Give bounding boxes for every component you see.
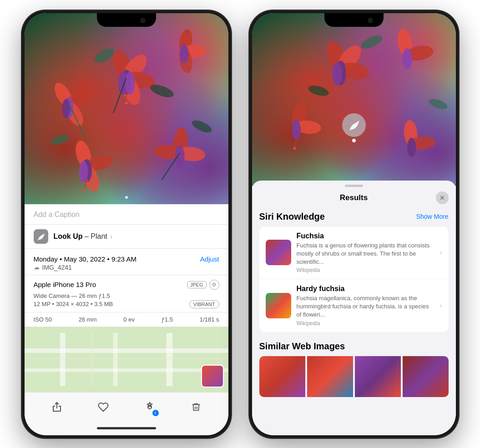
photo-date: Monday • May 30, 2022 • 9:23 AM bbox=[34, 255, 136, 263]
right-camera-dot bbox=[368, 18, 373, 23]
info-button[interactable]: i bbox=[140, 397, 160, 417]
fuchsia-description: Fuchsia is a genus of flowering plants t… bbox=[297, 242, 435, 267]
results-panel: Results ✕ Siri Knowledge Show More bbox=[252, 181, 456, 435]
panel-handle bbox=[345, 185, 363, 187]
svg-point-33 bbox=[190, 118, 213, 135]
fuchsia-source: Wikipedia bbox=[297, 267, 435, 273]
hardy-description: Fuchsia magellanica, commonly known as t… bbox=[297, 294, 435, 319]
svg-point-24 bbox=[83, 189, 86, 191]
resolution: 3024 × 4032 bbox=[56, 301, 89, 307]
left-screen: Add a Caption Look Up – Plant › bbox=[25, 13, 228, 435]
svg-point-17 bbox=[179, 44, 188, 63]
close-icon: ✕ bbox=[440, 194, 445, 201]
similar-image-2[interactable] bbox=[307, 356, 353, 397]
right-photo-area bbox=[252, 13, 456, 186]
similar-image-3[interactable] bbox=[355, 356, 401, 397]
similar-section: Similar Web Images bbox=[259, 341, 449, 397]
notch bbox=[97, 13, 156, 27]
page-indicator bbox=[125, 196, 128, 199]
fuchsia-name: Fuchsia bbox=[297, 232, 435, 240]
knowledge-item-fuchsia[interactable]: Fuchsia Fuchsia is a genus of flowering … bbox=[259, 227, 449, 280]
similar-header: Similar Web Images bbox=[259, 341, 449, 352]
panel-close-button[interactable]: ✕ bbox=[436, 191, 449, 204]
photo-info-section: Monday • May 30, 2022 • 9:23 AM Adjust ☁… bbox=[25, 249, 228, 275]
camera-specs: 12 MP • 3024 × 4032 • 3.5 MB bbox=[34, 301, 113, 307]
adjust-button[interactable]: Adjust bbox=[200, 255, 219, 263]
hardy-source: Wikipedia bbox=[297, 320, 435, 327]
panel-scroll[interactable]: Siri Knowledge Show More Fuchsia Fuchsia… bbox=[252, 209, 456, 435]
exif-row: ISO 50 26 mm 0 ev ƒ1.5 1/181 s bbox=[25, 312, 228, 327]
home-bar bbox=[97, 427, 156, 429]
svg-point-32 bbox=[49, 133, 70, 146]
svg-point-64 bbox=[427, 97, 448, 111]
file-size: 3.5 MB bbox=[94, 301, 113, 307]
siri-knowledge-title: Siri Knowledge bbox=[259, 211, 325, 222]
info-badge: i bbox=[152, 410, 159, 416]
hardy-thumbnail bbox=[266, 293, 291, 318]
siri-dot bbox=[352, 139, 356, 142]
map-photo-thumbnail bbox=[201, 365, 224, 388]
fuchsia-content: Fuchsia Fuchsia is a genus of flowering … bbox=[297, 232, 435, 274]
similar-title: Similar Web Images bbox=[259, 341, 345, 352]
look-up-row[interactable]: Look Up – Plant › bbox=[25, 225, 228, 249]
specs-separator2: • bbox=[91, 301, 94, 307]
svg-rect-41 bbox=[25, 348, 228, 353]
exif-focal: 26 mm bbox=[79, 316, 97, 323]
look-up-separator: – bbox=[85, 232, 91, 240]
svg-rect-42 bbox=[25, 368, 228, 372]
filename: IMG_4241 bbox=[42, 264, 72, 271]
svg-rect-44 bbox=[25, 357, 228, 359]
svg-point-56 bbox=[292, 119, 300, 140]
hardy-chevron-icon: › bbox=[440, 302, 442, 310]
format-badge: JPEG bbox=[187, 281, 207, 288]
exif-ev: 0 ev bbox=[123, 316, 135, 323]
megapixels: 12 MP bbox=[34, 301, 51, 307]
exif-aperture: ƒ1.5 bbox=[162, 316, 173, 323]
camera-settings-icon[interactable]: ⊙ bbox=[209, 280, 219, 290]
look-up-label: Look Up – Plant › bbox=[54, 232, 219, 241]
panel-handle-row bbox=[252, 181, 456, 191]
panel-title: Results bbox=[272, 193, 436, 202]
map-area[interactable] bbox=[25, 327, 228, 392]
look-up-icon bbox=[34, 229, 48, 244]
look-up-bold: Look Up bbox=[54, 232, 83, 240]
left-phone: Add a Caption Look Up – Plant › bbox=[22, 10, 231, 438]
cloud-icon: ☁ bbox=[34, 264, 40, 271]
svg-point-30 bbox=[92, 45, 116, 65]
home-indicator bbox=[25, 422, 228, 435]
share-button[interactable] bbox=[47, 397, 67, 417]
svg-point-63 bbox=[307, 84, 329, 98]
panel-header: Results ✕ bbox=[252, 191, 456, 209]
similar-images-grid bbox=[259, 356, 449, 397]
caption-area[interactable]: Add a Caption bbox=[25, 204, 228, 225]
exif-iso: ISO 50 bbox=[34, 316, 52, 323]
show-more-button[interactable]: Show More bbox=[416, 213, 449, 220]
svg-point-61 bbox=[407, 137, 415, 157]
hardy-content: Hardy fuchsia Fuchsia magellanica, commo… bbox=[297, 285, 435, 327]
photo-area[interactable] bbox=[25, 13, 228, 204]
svg-point-58 bbox=[293, 147, 296, 150]
camera-dot bbox=[140, 18, 146, 23]
delete-button[interactable] bbox=[186, 397, 206, 417]
look-up-plant: Plant bbox=[91, 232, 107, 240]
camera-wide: Wide Camera — 26 mm ƒ1.5 bbox=[34, 292, 219, 299]
svg-point-50 bbox=[332, 62, 342, 86]
fuchsia-chevron-icon: › bbox=[440, 248, 442, 257]
svg-point-62 bbox=[359, 32, 384, 51]
similar-image-4[interactable] bbox=[403, 356, 449, 397]
svg-point-53 bbox=[402, 48, 412, 70]
svg-point-8 bbox=[125, 101, 128, 104]
camera-model: Apple iPhone 13 Pro bbox=[34, 281, 96, 288]
svg-point-13 bbox=[62, 99, 70, 118]
camera-section: Apple iPhone 13 Pro JPEG ⊙ Wide Camera —… bbox=[25, 275, 228, 312]
svg-point-29 bbox=[175, 145, 184, 167]
knowledge-item-hardy[interactable]: Hardy fuchsia Fuchsia magellanica, commo… bbox=[259, 279, 449, 332]
siri-knowledge-header: Siri Knowledge Show More bbox=[259, 211, 449, 222]
specs-separator1: • bbox=[52, 301, 56, 307]
svg-line-57 bbox=[294, 138, 296, 147]
like-button[interactable] bbox=[93, 397, 113, 417]
vibrant-badge: VIBRANT bbox=[189, 300, 219, 308]
similar-image-1[interactable] bbox=[259, 356, 305, 397]
siri-leaf-button[interactable] bbox=[342, 113, 366, 137]
right-screen: Results ✕ Siri Knowledge Show More bbox=[252, 13, 456, 435]
